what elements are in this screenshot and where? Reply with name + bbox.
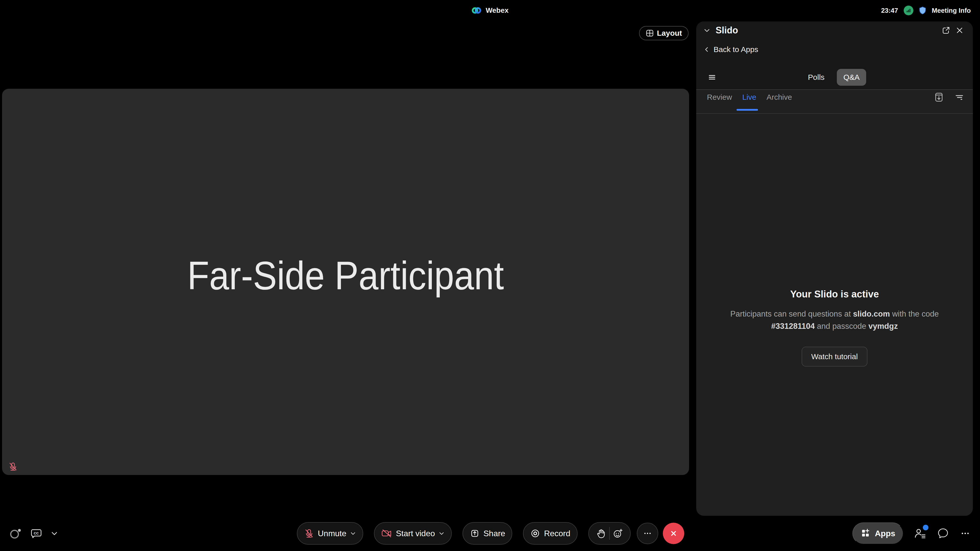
shield-icon [919, 6, 926, 14]
tab-qna[interactable]: Q&A [837, 69, 866, 86]
slido-active-heading: Your Slido is active [790, 289, 879, 300]
msg-text: Participants can send questions at [730, 310, 853, 318]
meeting-info-button[interactable]: Meeting Info [932, 6, 971, 14]
share-screen-icon [469, 528, 480, 538]
captions-options-chevron-icon[interactable] [51, 530, 58, 537]
more-panels-icon[interactable] [959, 528, 971, 539]
more-options-icon [642, 528, 652, 538]
qna-subtabs: Review Live Archive [696, 90, 973, 113]
record-label: Record [544, 529, 570, 538]
back-chevron-icon [703, 46, 710, 53]
watch-tutorial-button[interactable]: Watch tutorial [802, 347, 867, 367]
layout-grid-icon [646, 29, 654, 37]
tab-polls[interactable]: Polls [807, 73, 826, 82]
network-quality-icon[interactable] [904, 6, 913, 15]
live-tab-indicator [737, 109, 758, 111]
record-button[interactable]: Record [523, 522, 578, 545]
msg-passcode: vymdgz [869, 322, 898, 330]
participant-muted-mic-icon [8, 462, 18, 472]
raise-hand-icon [596, 528, 606, 538]
panel-title: Slido [716, 25, 738, 36]
apps-button[interactable]: Apps [853, 522, 904, 545]
webex-logo-icon [471, 6, 482, 15]
share-label: Share [484, 529, 505, 538]
back-to-apps-label: Back to Apps [714, 45, 758, 54]
msg-site: slido.com [853, 310, 890, 318]
msg-text: and passcode [815, 322, 869, 330]
raise-hand-button[interactable] [593, 528, 609, 538]
control-bar-right: Apps [853, 522, 971, 545]
slido-instructions: Participants can send questions at slido… [714, 308, 955, 332]
topbar-right-group: 23:47 Meeting Info [881, 0, 971, 21]
layout-button-label: Layout [657, 29, 682, 38]
assistant-icon[interactable] [9, 528, 21, 539]
emoji-plus-icon [613, 528, 623, 538]
apps-grid-icon [861, 528, 871, 538]
subtab-review[interactable]: Review [707, 93, 732, 102]
open-in-new-window-icon[interactable] [942, 26, 950, 35]
start-video-button[interactable]: Start video [374, 522, 452, 545]
app-title-group: Webex [471, 0, 509, 21]
mic-muted-icon [304, 528, 314, 538]
export-questions-icon[interactable] [934, 92, 944, 103]
slido-panel: Slido Back to Apps Polls [696, 21, 973, 516]
participants-notification-dot [923, 525, 928, 530]
share-button[interactable]: Share [463, 522, 512, 545]
reactions-group [588, 522, 631, 545]
subtab-archive[interactable]: Archive [767, 93, 792, 102]
reactions-button[interactable] [610, 528, 626, 538]
video-options-chevron-icon[interactable] [438, 530, 445, 537]
control-bar: CC Unmute [0, 522, 980, 545]
filter-icon[interactable] [955, 92, 964, 102]
start-video-label: Start video [396, 529, 435, 538]
slido-panel-header: Slido Back to Apps Polls [696, 21, 973, 89]
unmute-label: Unmute [318, 529, 346, 538]
apps-label: Apps [875, 529, 895, 538]
polls-qna-switch: Polls Q&A [803, 69, 866, 86]
unmute-button[interactable]: Unmute [297, 522, 363, 545]
collapse-chevron-icon[interactable] [703, 27, 711, 34]
subtab-live[interactable]: Live [742, 93, 756, 102]
top-bar: Webex 23:47 Meeting Info [0, 0, 980, 21]
camera-off-icon [381, 528, 392, 538]
record-icon [530, 528, 541, 538]
unmute-options-chevron-icon[interactable] [350, 530, 356, 537]
msg-text: with the code [890, 310, 939, 318]
close-panel-icon[interactable] [956, 26, 964, 35]
participants-button[interactable] [914, 528, 926, 539]
msg-code: #331281104 [771, 322, 815, 330]
menu-icon[interactable] [708, 73, 716, 81]
chat-icon[interactable] [937, 527, 949, 539]
app-title: Webex [486, 6, 509, 14]
clock: 23:47 [881, 6, 898, 14]
control-bar-center: Unmute Start video Shar [297, 522, 684, 545]
back-to-apps-button[interactable]: Back to Apps [696, 42, 973, 57]
video-area: Far-Side Participant [2, 89, 689, 475]
layout-button[interactable]: Layout [639, 26, 689, 40]
end-call-x-icon [669, 529, 678, 538]
qna-live-content: Your Slido is active Participants can se… [696, 114, 973, 516]
participant-name: Far-Side Participant [187, 253, 504, 299]
end-call-button[interactable] [663, 523, 684, 544]
control-bar-left: CC [9, 522, 58, 545]
svg-text:CC: CC [34, 531, 39, 535]
more-options-button[interactable] [637, 523, 658, 544]
closed-captions-icon[interactable]: CC [30, 528, 42, 539]
